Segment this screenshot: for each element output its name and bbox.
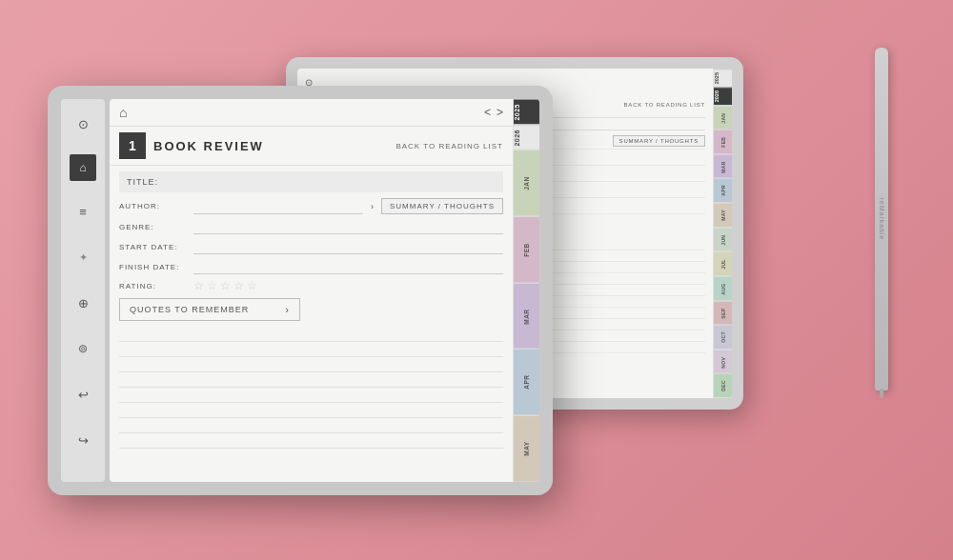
writing-line <box>119 433 503 449</box>
redo-button[interactable]: ↪ <box>68 425 98 455</box>
start-date-label: START DATE: <box>119 243 186 251</box>
move-icon-button[interactable]: ⊕ <box>68 288 98 318</box>
month-feb-tab[interactable]: FEB <box>514 216 539 283</box>
search-icon-button[interactable]: ⊚ <box>68 333 98 364</box>
month-apr-tab[interactable]: APR <box>514 349 539 415</box>
undo-button[interactable]: ↩ <box>68 379 98 410</box>
menu-icon-button[interactable]: ≡ <box>68 196 98 227</box>
writing-line <box>119 327 503 342</box>
back-summary-button[interactable]: SUMMARY / THOUGHTS <box>613 135 705 147</box>
genre-row: GENRE: <box>119 219 503 234</box>
back-month-jul[interactable]: JUL <box>714 251 732 276</box>
star-3[interactable]: ☆ <box>220 279 231 292</box>
back-reading-list-link[interactable]: BACK TO READING LIST <box>624 102 705 108</box>
finish-date-input[interactable] <box>193 259 503 274</box>
clock-icon-button[interactable]: ⊙ <box>68 109 98 139</box>
book-review-header: 1 BOOK REVIEW BACK TO READING LIST <box>110 127 513 166</box>
rating-stars[interactable]: ☆ ☆ ☆ ☆ ☆ <box>193 279 257 292</box>
nav-home-icon[interactable]: ⌂ <box>119 105 127 120</box>
back-month-aug[interactable]: AUG <box>714 276 732 301</box>
back-year-2026[interactable]: 2026 <box>714 87 732 105</box>
book-number-badge: 1 <box>119 132 146 159</box>
back-month-oct[interactable]: OCT <box>714 325 732 350</box>
author-label: AUTHOR: <box>119 202 186 210</box>
nav-arrows: < > <box>484 106 503 119</box>
start-date-input[interactable] <box>193 239 503 254</box>
back-month-feb[interactable]: FEB <box>714 130 732 154</box>
writing-line <box>119 418 503 433</box>
quotes-arrow-icon: › <box>285 304 290 315</box>
month-jan-tab[interactable]: JAN <box>514 150 539 216</box>
back-month-may[interactable]: MAY <box>714 203 732 228</box>
settings-icon-button[interactable]: ✦ <box>68 242 98 272</box>
title-label: TITLE: <box>127 177 158 187</box>
writing-line <box>119 342 503 357</box>
back-month-jun[interactable]: JUN <box>714 228 732 252</box>
form-section: TITLE: AUTHOR: › SUMMARY / THOUGHTS GENR… <box>110 166 513 482</box>
front-tablet: ⊙ ⌂ ≡ ✦ ⊕ ⊚ ↩ ↪ ⌂ < > 1 BOOK REVIEW <box>48 86 553 495</box>
title-input-field[interactable]: TITLE: <box>119 171 503 192</box>
star-5[interactable]: ☆ <box>247 279 257 292</box>
book-review-title: BOOK REVIEW <box>153 139 264 153</box>
back-year-2025[interactable]: 2025 <box>714 69 732 87</box>
month-sidebar: 2025 2026 JAN FEB MAR APR MAY <box>513 99 539 482</box>
back-month-nov[interactable]: NOV <box>714 350 732 374</box>
summary-button[interactable]: SUMMARY / THOUGHTS <box>381 198 503 214</box>
author-arrow-icon: › <box>371 202 374 211</box>
writing-line <box>119 403 503 418</box>
back-month-sep[interactable]: SEP <box>714 301 732 326</box>
front-tablet-inner: ⌂ < > 1 BOOK REVIEW BACK TO READING LIST… <box>110 99 539 482</box>
quotes-button[interactable]: QUOTES TO REMEMBER › <box>119 298 300 321</box>
lined-writing-area <box>119 327 503 449</box>
back-month-sidebar: 2025 2026 JAN FEB MAR APR MAY JUN JUL AU… <box>713 69 732 398</box>
finish-date-label: FINISH DATE: <box>119 263 186 271</box>
month-may-tab[interactable]: MAY <box>514 415 539 482</box>
writing-line <box>119 357 503 372</box>
genre-label: GENRE: <box>119 223 186 231</box>
stylus-tip <box>880 389 883 398</box>
year-2026-tab[interactable]: 2026 <box>514 125 539 150</box>
star-4[interactable]: ☆ <box>233 279 244 292</box>
rating-label: RATING: <box>119 282 186 290</box>
month-mar-tab[interactable]: MAR <box>514 283 539 350</box>
top-nav-bar: ⌂ < > <box>110 99 513 127</box>
nav-back-arrow[interactable]: < <box>484 106 491 119</box>
stylus: reMarkable <box>875 48 888 390</box>
author-input[interactable] <box>193 199 363 214</box>
front-content-area: ⌂ < > 1 BOOK REVIEW BACK TO READING LIST… <box>110 99 513 482</box>
stylus-brand-text: reMarkable <box>879 197 885 240</box>
genre-input[interactable] <box>193 219 503 234</box>
back-month-apr[interactable]: APR <box>714 178 732 203</box>
rating-row: RATING: ☆ ☆ ☆ ☆ ☆ <box>119 279 503 292</box>
start-date-row: START DATE: <box>119 239 503 254</box>
writing-line <box>119 372 503 388</box>
back-month-jan[interactable]: JAN <box>714 106 732 130</box>
left-icon-bar: ⊙ ⌂ ≡ ✦ ⊕ ⊚ ↩ ↪ <box>61 99 105 482</box>
star-2[interactable]: ☆ <box>207 279 217 292</box>
finish-date-row: FINISH DATE: <box>119 259 503 274</box>
back-month-dec[interactable]: DEC <box>714 373 732 398</box>
back-to-reading-link[interactable]: BACK TO READING LIST <box>395 142 503 150</box>
home-button[interactable]: ⌂ <box>70 154 96 181</box>
writing-line <box>119 388 503 403</box>
year-2025-tab[interactable]: 2025 <box>514 99 539 125</box>
back-month-mar[interactable]: MAR <box>714 154 732 179</box>
star-1[interactable]: ☆ <box>193 279 204 292</box>
author-row: AUTHOR: › SUMMARY / THOUGHTS <box>119 198 503 214</box>
nav-forward-arrow[interactable]: > <box>497 106 503 119</box>
